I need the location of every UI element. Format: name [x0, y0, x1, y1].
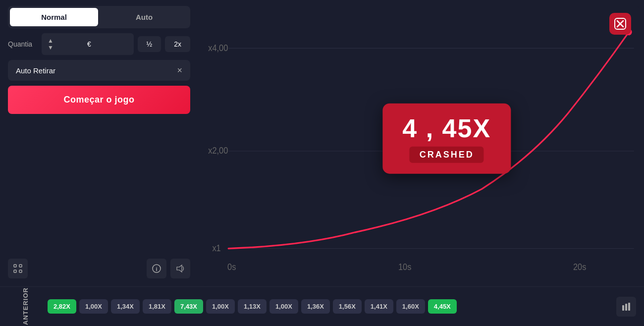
- right-panel: x4,00 x2,00 x1 0s 10s 20s 4 , 45X CRASHE…: [198, 0, 644, 286]
- history-chip[interactable]: 1,00X: [206, 299, 235, 314]
- tab-auto[interactable]: Auto: [100, 8, 188, 26]
- history-chips: 2,82X1,00X1,34X1,81X7,43X1,00X1,13X1,00X…: [48, 299, 611, 314]
- chart-bars-icon: [622, 302, 631, 311]
- bottom-icons: i: [8, 257, 190, 280]
- svg-text:i: i: [156, 266, 157, 272]
- history-chip[interactable]: 1,00X: [269, 299, 298, 314]
- history-chip[interactable]: 4,45X: [428, 299, 457, 314]
- sound-icon: [176, 264, 185, 273]
- svg-rect-3: [19, 270, 22, 272]
- history-chip[interactable]: 7,43X: [174, 299, 203, 314]
- double-button[interactable]: 2x: [165, 36, 190, 52]
- svg-text:0s: 0s: [227, 263, 236, 272]
- quantidade-field[interactable]: [55, 40, 85, 48]
- quantidade-row: Quantia ▲▼ € ½ 2x: [8, 33, 190, 55]
- history-chip[interactable]: 2,82X: [48, 299, 76, 314]
- tab-row: Normal Auto: [8, 6, 190, 28]
- history-chip[interactable]: 1,56X: [333, 299, 362, 314]
- svg-text:20s: 20s: [573, 263, 586, 272]
- tab-normal[interactable]: Normal: [10, 8, 98, 26]
- history-chip[interactable]: 1,60X: [396, 299, 425, 314]
- spacer: [8, 119, 190, 252]
- chart-bars-button[interactable]: [616, 297, 636, 317]
- info-button[interactable]: i: [147, 259, 166, 278]
- svg-text:x1: x1: [212, 244, 220, 254]
- anterior-label: ANTERIOR: [8, 287, 43, 326]
- fullscreen-button[interactable]: [8, 259, 28, 278]
- sound-button[interactable]: [170, 259, 190, 278]
- half-button[interactable]: ½: [138, 36, 161, 52]
- quantidade-label: Quantia: [8, 40, 38, 48]
- bottom-strip: ANTERIOR 2,82X1,00X1,34X1,81X7,43X1,00X1…: [0, 286, 644, 326]
- crashed-label: CRASHED: [410, 147, 484, 163]
- main-area: Normal Auto Quantia ▲▼ € ½ 2x Auto Retir…: [0, 0, 644, 286]
- crash-icon: [609, 13, 631, 35]
- right-icons: i: [147, 259, 190, 278]
- rocket-crash-icon: [614, 17, 627, 30]
- svg-rect-22: [628, 303, 630, 311]
- fullscreen-icon: [13, 264, 22, 273]
- svg-marker-6: [177, 265, 182, 272]
- arrow-up-icon: ▲▼: [48, 37, 54, 51]
- chart-container: x4,00 x2,00 x1 0s 10s 20s 4 , 45X CRASHE…: [203, 5, 639, 286]
- svg-rect-21: [625, 304, 627, 311]
- currency-symbol: €: [87, 40, 91, 48]
- crashed-box: 4 , 45X CRASHED: [382, 104, 511, 174]
- crashed-multiplier: 4 , 45X: [402, 114, 491, 143]
- svg-rect-20: [622, 305, 624, 311]
- quantidade-input-wrapper: ▲▼ €: [42, 33, 134, 55]
- svg-rect-1: [19, 265, 22, 267]
- history-chip[interactable]: 1,81X: [143, 299, 171, 314]
- auto-retirar-label: Auto Retirar: [16, 66, 55, 75]
- auto-retirar-row: Auto Retirar ×: [8, 60, 190, 81]
- history-chip[interactable]: 1,13X: [238, 299, 267, 314]
- svg-text:x4,00: x4,00: [208, 43, 228, 53]
- auto-retirar-close-button[interactable]: ×: [177, 66, 182, 75]
- left-panel: Normal Auto Quantia ▲▼ € ½ 2x Auto Retir…: [0, 0, 198, 286]
- svg-text:10s: 10s: [398, 263, 411, 272]
- svg-rect-2: [14, 270, 16, 272]
- comecar-button[interactable]: Começar o jogo: [8, 86, 190, 114]
- history-chip[interactable]: 1,41X: [365, 299, 393, 314]
- svg-text:x2,00: x2,00: [208, 146, 228, 156]
- history-chip[interactable]: 1,34X: [111, 299, 140, 314]
- svg-rect-0: [14, 265, 16, 267]
- info-icon: i: [152, 264, 161, 273]
- history-chip[interactable]: 1,00X: [79, 299, 108, 314]
- history-chip[interactable]: 1,36X: [301, 299, 330, 314]
